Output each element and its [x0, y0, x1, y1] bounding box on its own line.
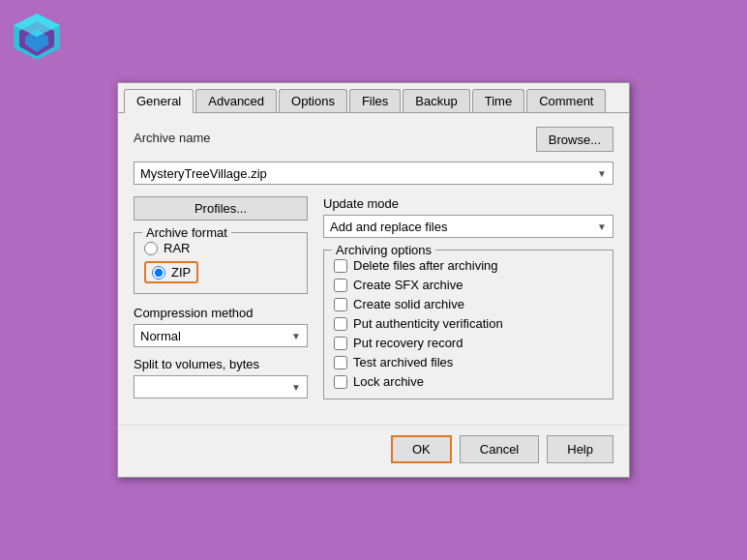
create-solid-checkbox[interactable]	[334, 298, 347, 311]
lock-archive-checkbox[interactable]	[334, 375, 347, 389]
put-authenticity-label: Put authenticity verification	[353, 316, 503, 331]
archive-name-value: MysteryTreeVillage.zip	[140, 166, 267, 181]
dialog-footer: OK Cancel Help	[118, 425, 629, 477]
create-sfx-label: Create SFX archive	[353, 278, 463, 292]
test-archived-label: Test archived files	[353, 355, 453, 369]
archive-name-dropdown-row: MysteryTreeVillage.zip ▼	[134, 162, 613, 185]
archive-name-label: Archive name	[134, 131, 210, 145]
tab-advanced[interactable]: Advanced	[195, 89, 277, 112]
put-recovery-label: Put recovery record	[353, 336, 463, 350]
archive-format-legend: Archive format	[142, 225, 231, 240]
archiving-options-legend: Archiving options	[332, 243, 435, 257]
tab-backup[interactable]: Backup	[403, 89, 469, 112]
update-mode-label: Update mode	[323, 196, 613, 211]
tab-bar: General Advanced Options Files Backup Ti…	[118, 83, 629, 113]
lock-archive-label: Lock archive	[353, 374, 424, 389]
checkbox-lock-archive: Lock archive	[334, 374, 603, 389]
test-archived-checkbox[interactable]	[334, 356, 347, 369]
update-mode-value: Add and replace files	[330, 220, 447, 234]
checkbox-put-authenticity: Put authenticity verification	[334, 316, 603, 331]
two-col-layout: Profiles... Archive format RAR ZIP	[134, 196, 613, 399]
tab-files[interactable]: Files	[349, 89, 401, 112]
help-button[interactable]: Help	[547, 435, 613, 463]
split-dropdown-arrow: ▼	[291, 382, 301, 393]
tab-options[interactable]: Options	[279, 89, 347, 112]
profiles-button[interactable]: Profiles...	[134, 196, 308, 221]
put-authenticity-checkbox[interactable]	[334, 317, 347, 331]
archive-format-group: Archive format RAR ZIP	[134, 232, 308, 294]
zip-radio[interactable]	[152, 266, 165, 280]
checkbox-put-recovery: Put recovery record	[334, 336, 603, 350]
tab-general[interactable]: General	[124, 89, 194, 113]
archiving-options-group: Archiving options Delete files after arc…	[323, 250, 613, 399]
checkbox-create-solid: Create solid archive	[334, 297, 603, 311]
split-volumes-label: Split to volumes, bytes	[134, 357, 308, 371]
compression-dropdown-arrow: ▼	[291, 331, 301, 341]
browse-button[interactable]: Browse...	[536, 127, 613, 152]
delete-files-checkbox[interactable]	[334, 259, 347, 273]
checkbox-delete-files: Delete files after archiving	[334, 258, 603, 273]
checkbox-test-archived: Test archived files	[334, 355, 603, 369]
delete-files-label: Delete files after archiving	[353, 258, 498, 273]
tab-comment[interactable]: Comment	[526, 89, 606, 112]
archive-dropdown-arrow: ▼	[597, 168, 607, 179]
create-solid-label: Create solid archive	[353, 297, 464, 311]
zip-highlight: ZIP	[144, 261, 198, 283]
split-volumes-dropdown[interactable]: ▼	[134, 375, 308, 398]
dialog-body: Archive name Browse... MysteryTreeVillag…	[118, 113, 629, 425]
left-column: Profiles... Archive format RAR ZIP	[134, 196, 308, 399]
zip-label: ZIP	[171, 265, 191, 280]
archive-name-row: Archive name Browse...	[134, 127, 613, 152]
archive-name-dropdown[interactable]: MysteryTreeVillage.zip ▼	[134, 162, 613, 185]
checkbox-create-sfx: Create SFX archive	[334, 278, 603, 292]
rar-label: RAR	[164, 241, 190, 255]
update-mode-dropdown-arrow: ▼	[597, 221, 607, 232]
compression-method-label: Compression method	[134, 306, 308, 320]
compression-method-dropdown[interactable]: Normal ▼	[134, 324, 308, 347]
right-column: Update mode Add and replace files ▼ Arch…	[323, 196, 613, 399]
cancel-button[interactable]: Cancel	[460, 435, 539, 463]
dialog: General Advanced Options Files Backup Ti…	[117, 82, 630, 478]
tab-time[interactable]: Time	[472, 89, 524, 112]
put-recovery-checkbox[interactable]	[334, 337, 347, 350]
app-logo	[12, 12, 62, 62]
ok-button[interactable]: OK	[391, 435, 452, 463]
zip-radio-row: ZIP	[144, 261, 297, 283]
rar-radio-row: RAR	[144, 241, 297, 255]
rar-radio[interactable]	[144, 242, 158, 255]
create-sfx-checkbox[interactable]	[334, 279, 347, 292]
update-mode-dropdown[interactable]: Add and replace files ▼	[323, 215, 613, 238]
compression-method-value: Normal	[140, 329, 181, 343]
